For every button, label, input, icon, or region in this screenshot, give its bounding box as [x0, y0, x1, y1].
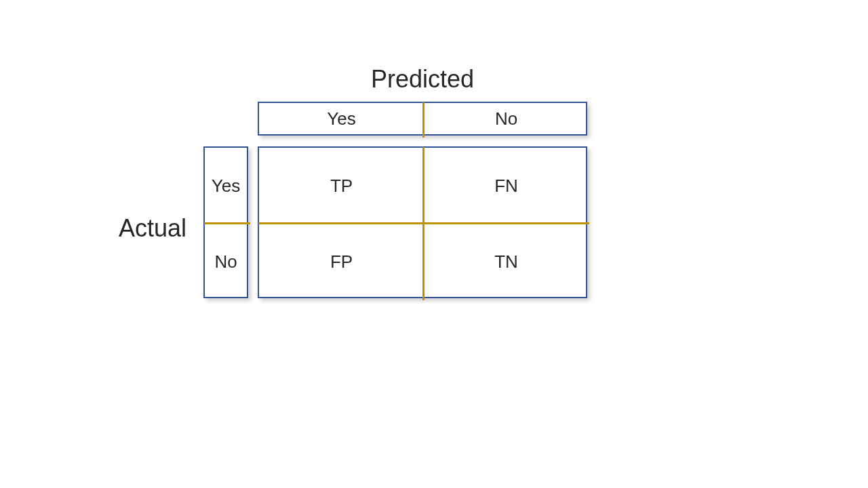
- cell-tp: TP: [259, 148, 424, 224]
- predicted-yes: Yes: [259, 103, 424, 134]
- predicted-heading: Predicted: [258, 65, 587, 94]
- predicted-header-box: Yes No: [258, 102, 587, 136]
- cell-tn: TN: [424, 224, 589, 300]
- actual-header-box: Yes No: [203, 146, 248, 298]
- cell-fn: FN: [424, 148, 589, 224]
- matrix-box: TP FN FP TN: [258, 146, 587, 298]
- predicted-no: No: [424, 103, 589, 134]
- actual-heading: Actual: [108, 214, 197, 243]
- actual-yes: Yes: [205, 148, 247, 224]
- actual-no: No: [205, 224, 247, 300]
- cell-fp: FP: [259, 224, 424, 300]
